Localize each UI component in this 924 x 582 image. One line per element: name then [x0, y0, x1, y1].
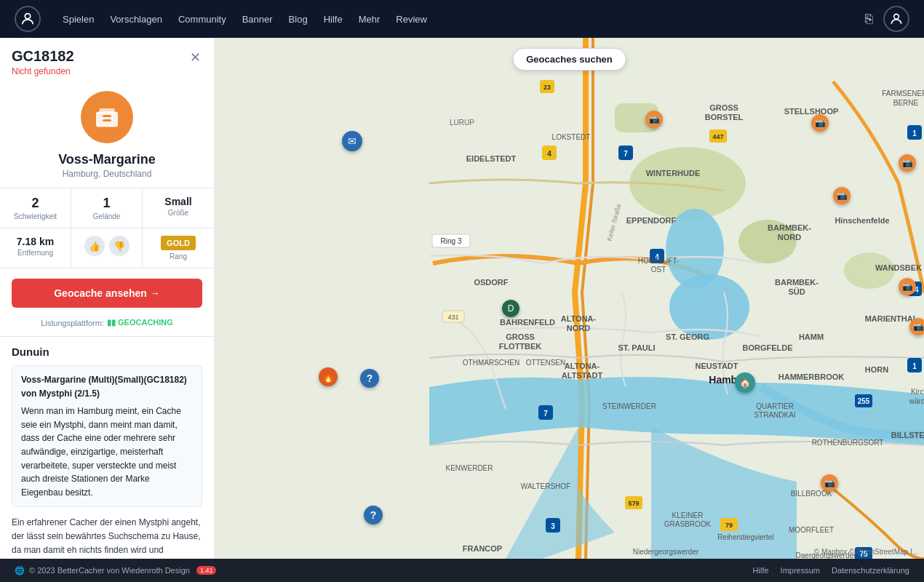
svg-text:OSDORF: OSDORF — [474, 278, 508, 287]
svg-text:Niedergeorgswerder: Niedergeorgswerder — [633, 548, 699, 556]
footer: 🌐 © 2023 BetterCacher von Wiedenroth Des… — [0, 559, 924, 582]
svg-text:WINTERHUDE: WINTERHUDE — [646, 169, 701, 178]
svg-text:HAMMERBROOK: HAMMERBROOK — [778, 372, 844, 381]
geocaching-logo: ▮▮ GEOCACHING — [107, 318, 173, 327]
thumb-down-icon[interactable]: 👎 — [109, 236, 130, 256]
geocaches-suchen-button[interactable]: Geocaches suchen — [512, 48, 626, 71]
dunuin-text-1: Wenn man im Hamburg meint, ein Cache sei… — [21, 404, 193, 499]
svg-text:23: 23 — [543, 84, 551, 91]
user-avatar[interactable] — [883, 6, 909, 32]
svg-rect-3 — [100, 108, 115, 113]
svg-text:QUARTIER: QUARTIER — [756, 402, 794, 410]
nav-community[interactable]: Community — [178, 14, 226, 25]
marker-email[interactable]: ✉ — [342, 131, 362, 151]
geocache-ansehen-button[interactable]: Geocache ansehen → — [12, 279, 202, 308]
nav-blog[interactable]: Blog — [289, 14, 308, 25]
marker-question-2[interactable]: ? — [364, 506, 383, 525]
footer-left: 🌐 © 2023 BetterCacher von Wiedenroth Des… — [15, 566, 216, 575]
svg-text:BAHRENFELD: BAHRENFELD — [500, 318, 555, 327]
svg-text:ST. GEORG: ST. GEORG — [666, 332, 709, 341]
svg-text:WANDSBEK: WANDSBEK — [875, 263, 922, 272]
svg-text:FLOTTBEK: FLOTTBEK — [499, 342, 542, 351]
cache-icon — [81, 91, 133, 143]
thumb-up-icon[interactable]: 👍 — [84, 236, 105, 256]
marker-camera-7[interactable]: 📷 — [821, 474, 838, 492]
cache-id: GC18182 — [12, 48, 74, 65]
svg-text:BERNE: BERNE — [893, 99, 919, 107]
stat-rank: GOLD Rang — [143, 228, 214, 268]
messages-icon[interactable]: ⎘ — [865, 12, 873, 27]
stat-terrain: 1 Gelände — [71, 188, 143, 228]
svg-text:NORD: NORD — [778, 233, 801, 242]
svg-text:579: 579 — [628, 500, 639, 507]
svg-text:LOKSTEDT: LOKSTEDT — [552, 133, 591, 141]
close-button[interactable]: ✕ — [188, 48, 202, 67]
stats-row-2: 7.18 km Entfernung 👍 👎 GOLD Rang — [0, 228, 214, 268]
svg-text:GROSS: GROSS — [709, 103, 738, 112]
cache-status: Nicht gefunden — [12, 66, 74, 76]
nav-mehr[interactable]: Mehr — [359, 14, 381, 25]
cache-location: Hamburg, Deutschland — [0, 169, 214, 188]
svg-text:3: 3 — [551, 522, 555, 530]
nav-hilfe[interactable]: Hilfe — [324, 14, 343, 25]
stats-row-1: 2 Schwierigkeit 1 Gelände Small Größe — [0, 188, 214, 228]
svg-text:255: 255 — [858, 397, 870, 405]
marker-camera-3[interactable]: 📷 — [899, 154, 916, 172]
nav-vorschlagen[interactable]: Vorschlagen — [110, 14, 162, 25]
footer-impressum-link[interactable]: Impressum — [781, 566, 820, 575]
svg-text:HAMM: HAMM — [799, 332, 824, 341]
svg-text:NEUSTADT: NEUSTADT — [695, 362, 738, 370]
svg-text:447: 447 — [712, 133, 723, 140]
svg-text:OST: OST — [651, 266, 666, 274]
marker-teal-1[interactable]: 🏠 — [735, 372, 755, 393]
marker-camera-1[interactable]: 📷 — [645, 111, 663, 128]
svg-text:431: 431 — [447, 314, 458, 321]
marker-green-1[interactable]: D — [502, 300, 519, 317]
dunuin-cache-title: Voss-Margarine (Multi)(Small)(GC18182) v… — [21, 373, 193, 400]
listing-platform: Listungsplattform: ▮▮ GEOCACHING — [0, 318, 214, 336]
svg-text:BARMBEK-: BARMBEK- — [768, 223, 811, 232]
nav-review[interactable]: Review — [396, 14, 427, 25]
marker-camera-2[interactable]: 📷 — [811, 114, 829, 132]
dunuin-text-2: Ein erfahrener Cacher der einen Mystphi … — [12, 513, 202, 559]
svg-text:1: 1 — [912, 362, 917, 370]
svg-text:ROTHENBURGSORT: ROTHENBURGSORT — [812, 439, 884, 447]
cache-icon-area — [0, 79, 214, 149]
marker-camera-6[interactable]: 📷 — [909, 318, 924, 335]
marker-trail-1[interactable]: 🔥 — [319, 367, 338, 386]
footer-hilfe-link[interactable]: Hilfe — [753, 566, 769, 575]
svg-text:OTHMARSCHEN: OTHMARSCHEN — [463, 359, 519, 367]
terrain-label: Gelände — [77, 212, 136, 220]
nav-spielen[interactable]: Spielen — [63, 14, 94, 25]
terrain-value: 1 — [77, 196, 136, 211]
svg-text:GRASBROOK: GRASBROOK — [664, 520, 712, 528]
svg-text:ALTSTADT: ALTSTADT — [562, 371, 603, 380]
svg-text:FRANCOP: FRANCOP — [463, 544, 502, 553]
svg-rect-4 — [103, 115, 111, 117]
marker-camera-5[interactable]: 📷 — [899, 278, 916, 295]
nav-links: Spielen Vorschlagen Community Banner Blo… — [63, 14, 843, 25]
version-badge: 1.41 — [196, 566, 217, 575]
difficulty-value: 2 — [6, 196, 65, 211]
svg-text:NORD: NORD — [567, 324, 590, 332]
stat-size: Small Größe — [143, 188, 214, 228]
stat-thumbs: 👍 👎 — [71, 228, 143, 268]
svg-text:Ring 3: Ring 3 — [441, 237, 462, 245]
map-area[interactable]: Ring 3 431 7 4 4 3 579 79 255 — [215, 38, 924, 559]
svg-text:7: 7 — [624, 150, 628, 158]
footer-logo-icon: 🌐 — [15, 566, 25, 575]
size-label: Größe — [148, 209, 208, 217]
nav-banner[interactable]: Banner — [242, 14, 273, 25]
svg-text:ALTONA-: ALTONA- — [565, 362, 600, 370]
map-attribution: © Mapbox © OpenStreetMap I... — [814, 548, 918, 556]
marker-question-1[interactable]: ? — [360, 369, 379, 388]
marker-camera-4[interactable]: 📷 — [833, 187, 851, 204]
svg-text:ALTONA-: ALTONA- — [561, 314, 597, 323]
logo[interactable] — [15, 6, 41, 32]
dunuin-section: Dunuin Voss-Margarine (Multi)(Small)(GC1… — [0, 336, 214, 559]
sidebar: GC18182 Nicht gefunden ✕ Voss-Margarine … — [0, 38, 215, 559]
svg-text:GROSS: GROSS — [506, 332, 535, 341]
footer-datenschutz-link[interactable]: Datenschutzerklärung — [832, 566, 909, 575]
svg-text:Kirch-: Kirch- — [911, 388, 924, 396]
svg-point-0 — [25, 14, 30, 19]
